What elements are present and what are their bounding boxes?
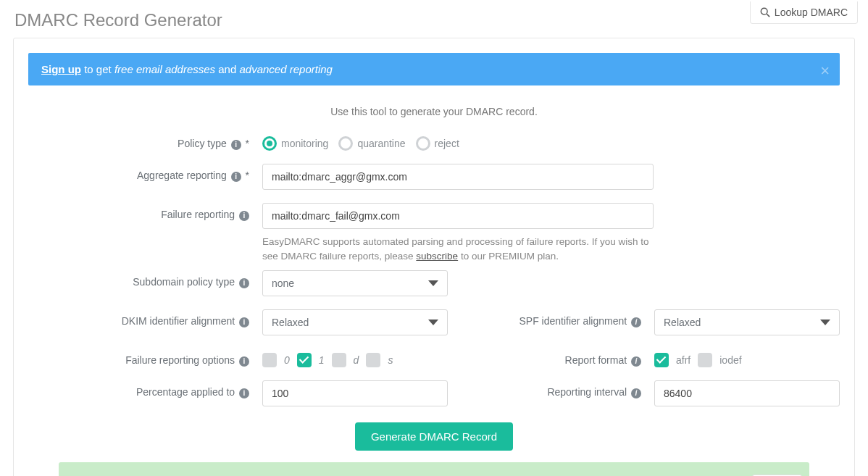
chevron-down-icon bbox=[428, 320, 438, 325]
info-icon[interactable]: i bbox=[239, 356, 249, 367]
aggregate-input[interactable] bbox=[262, 164, 654, 190]
info-icon[interactable]: i bbox=[239, 388, 249, 398]
policy-quarantine-radio[interactable]: quarantine bbox=[338, 136, 405, 151]
dkim-label: DKIM identifier alignment i bbox=[28, 309, 262, 327]
policy-type-label: Policy type i * bbox=[28, 132, 262, 150]
close-icon[interactable]: × bbox=[820, 62, 830, 80]
generate-button[interactable]: Generate DMARC Record bbox=[355, 422, 513, 451]
pct-label: Percentage applied to i bbox=[28, 380, 262, 398]
pct-input[interactable] bbox=[262, 380, 448, 406]
rf-label: Report format i bbox=[448, 348, 654, 367]
fo-0-checkbox[interactable] bbox=[262, 353, 277, 367]
svg-line-1 bbox=[767, 14, 769, 17]
info-icon[interactable]: i bbox=[239, 317, 249, 327]
subdomain-label: Subdomain policy type i bbox=[28, 270, 262, 288]
subdomain-select[interactable]: none bbox=[262, 270, 448, 296]
result-record: v=DMARC1;p=none;sp=none;pct=100;adkim=r;… bbox=[59, 462, 809, 476]
lookup-dmarc-button[interactable]: Lookup DMARC bbox=[750, 1, 858, 24]
rf-iodef-checkbox[interactable] bbox=[698, 353, 712, 367]
ri-label: Reporting interval i bbox=[448, 380, 654, 398]
info-icon[interactable]: i bbox=[239, 211, 249, 221]
signup-banner: Sign up to get free email addresses and … bbox=[28, 53, 840, 85]
subscribe-link[interactable]: subscribe bbox=[416, 251, 458, 262]
info-icon[interactable]: i bbox=[231, 172, 241, 182]
ri-input[interactable] bbox=[654, 380, 840, 406]
fo-label: Failure reporting options i bbox=[28, 348, 262, 367]
lookup-label: Lookup DMARC bbox=[775, 7, 848, 18]
failure-input[interactable] bbox=[262, 203, 654, 229]
info-icon[interactable]: i bbox=[631, 317, 641, 327]
info-icon[interactable]: i bbox=[239, 278, 249, 288]
chevron-down-icon bbox=[820, 320, 830, 325]
search-icon bbox=[760, 7, 770, 17]
failure-help: EasyDMARC supports automated parsing and… bbox=[262, 235, 654, 263]
rf-afrf-checkbox[interactable] bbox=[654, 353, 669, 367]
failure-label: Failure reporting i bbox=[28, 203, 262, 221]
fo-s-checkbox[interactable] bbox=[366, 353, 380, 367]
info-icon[interactable]: i bbox=[631, 356, 641, 367]
info-icon[interactable]: i bbox=[631, 388, 641, 398]
spf-select[interactable]: Relaxed bbox=[654, 309, 840, 335]
spf-label: SPF identifier alignment i bbox=[448, 309, 654, 327]
fo-1-checkbox[interactable] bbox=[297, 353, 312, 367]
dkim-select[interactable]: Relaxed bbox=[262, 309, 448, 335]
svg-point-0 bbox=[761, 8, 767, 14]
chevron-down-icon bbox=[428, 280, 438, 286]
fo-d-checkbox[interactable] bbox=[332, 353, 346, 367]
info-icon[interactable]: i bbox=[231, 140, 241, 150]
signup-link[interactable]: Sign up bbox=[41, 63, 81, 75]
policy-reject-radio[interactable]: reject bbox=[416, 136, 459, 151]
lead-text: Use this tool to generate your DMARC rec… bbox=[28, 106, 840, 117]
page-title: DMARC Record Generator bbox=[0, 0, 868, 38]
policy-monitoring-radio[interactable]: monitoring bbox=[262, 136, 328, 151]
aggregate-label: Aggregate reporting i * bbox=[28, 164, 262, 182]
main-card: Sign up to get free email addresses and … bbox=[13, 38, 855, 476]
